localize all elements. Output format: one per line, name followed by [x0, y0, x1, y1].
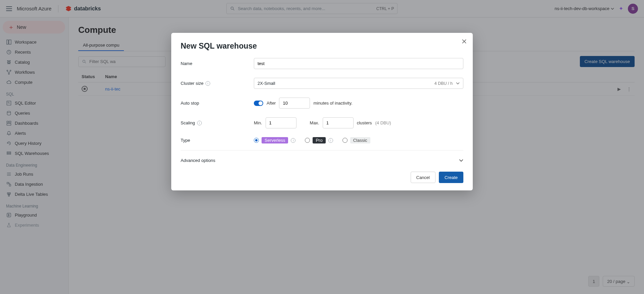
auto-stop-suffix: minutes of inactivity. [313, 101, 352, 106]
advanced-options-toggle[interactable]: Advanced options [181, 157, 463, 164]
scaling-max-input[interactable] [323, 117, 354, 128]
label-cluster-size: Cluster size i [181, 81, 254, 86]
advanced-options-label: Advanced options [181, 158, 215, 163]
cluster-size-select[interactable]: 2X-Small 4 DBU / h [254, 78, 463, 89]
label-scaling: Scaling i [181, 120, 254, 125]
label-scaling-text: Scaling [181, 120, 195, 125]
info-icon[interactable]: i [205, 81, 210, 86]
cluster-size-dbu: 4 DBU / h [434, 81, 453, 86]
auto-stop-after: After [267, 101, 276, 106]
type-radio-group: Serverless i Pro i Classic [254, 137, 370, 143]
create-button[interactable]: Create [439, 172, 463, 183]
label-cluster-size-text: Cluster size [181, 81, 203, 86]
type-serverless-radio[interactable] [254, 138, 259, 143]
label-auto-stop: Auto stop [181, 101, 254, 106]
scaling-min-label: Min. [254, 120, 262, 125]
info-icon[interactable]: i [291, 138, 295, 143]
new-sql-warehouse-dialog: New SQL warehouse Name Cluster size i 2X… [171, 33, 473, 190]
divider [181, 150, 463, 151]
close-dialog-button[interactable] [462, 39, 467, 44]
dialog-title: New SQL warehouse [181, 42, 463, 51]
type-classic-radio[interactable] [342, 138, 348, 143]
name-input[interactable] [254, 58, 463, 69]
label-name: Name [181, 61, 254, 66]
auto-stop-minutes-input[interactable] [279, 98, 310, 109]
type-pro-radio[interactable] [305, 138, 310, 143]
scaling-clusters-label: clusters [357, 120, 372, 125]
chevron-down-icon [459, 158, 463, 163]
scaling-dbu: (4 DBU) [375, 120, 391, 125]
info-icon[interactable]: i [328, 138, 333, 143]
chip-pro: Pro [313, 137, 325, 143]
dialog-overlay[interactable]: New SQL warehouse Name Cluster size i 2X… [0, 0, 644, 294]
scaling-min-input[interactable] [266, 117, 296, 128]
label-type: Type [181, 138, 254, 143]
chip-classic: Classic [350, 137, 370, 143]
chip-serverless: Serverless [262, 137, 288, 143]
chevron-down-icon [456, 81, 460, 85]
cluster-size-value: 2X-Small [258, 81, 275, 86]
cancel-button[interactable]: Cancel [411, 172, 435, 183]
scaling-max-label: Max. [310, 120, 319, 125]
info-icon[interactable]: i [197, 121, 202, 125]
auto-stop-toggle[interactable] [254, 101, 263, 106]
close-icon [462, 39, 467, 44]
